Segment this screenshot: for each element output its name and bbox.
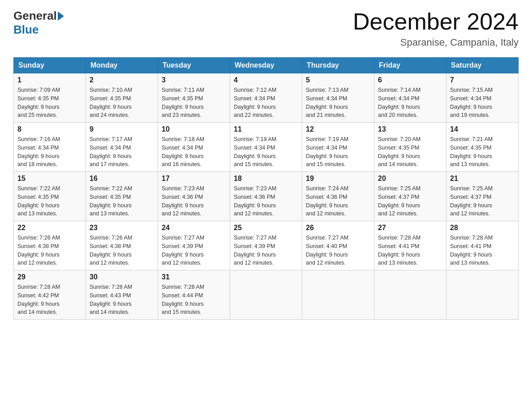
header-sunday: Sunday (14, 58, 86, 73)
calendar-cell: 18 Sunrise: 7:23 AM Sunset: 4:36 PM Dayl… (230, 172, 302, 221)
day-number: 5 (306, 76, 370, 84)
day-info: Sunrise: 7:18 AM Sunset: 4:34 PM Dayligh… (162, 135, 226, 169)
day-number: 9 (90, 125, 154, 133)
header-tuesday: Tuesday (158, 58, 230, 73)
logo-arrow-icon (58, 12, 64, 21)
calendar-cell (374, 270, 446, 320)
day-number: 16 (90, 175, 154, 183)
day-info: Sunrise: 7:27 AM Sunset: 4:39 PM Dayligh… (234, 234, 298, 267)
calendar-cell: 2 Sunrise: 7:10 AM Sunset: 4:35 PM Dayli… (86, 73, 158, 123)
day-info: Sunrise: 7:25 AM Sunset: 4:37 PM Dayligh… (378, 184, 442, 218)
day-info: Sunrise: 7:26 AM Sunset: 4:38 PM Dayligh… (17, 234, 82, 267)
day-info: Sunrise: 7:25 AM Sunset: 4:37 PM Dayligh… (450, 184, 515, 218)
day-info: Sunrise: 7:28 AM Sunset: 4:41 PM Dayligh… (450, 234, 515, 267)
header-monday: Monday (86, 58, 158, 73)
day-number: 2 (90, 76, 154, 84)
calendar-cell: 22 Sunrise: 7:26 AM Sunset: 4:38 PM Dayl… (14, 221, 86, 270)
day-info: Sunrise: 7:17 AM Sunset: 4:34 PM Dayligh… (90, 135, 154, 169)
day-number: 10 (162, 125, 226, 133)
calendar-table: SundayMondayTuesdayWednesdayThursdayFrid… (13, 57, 519, 320)
day-number: 20 (378, 175, 442, 183)
calendar-cell: 9 Sunrise: 7:17 AM Sunset: 4:34 PM Dayli… (86, 123, 158, 172)
calendar-cell: 5 Sunrise: 7:13 AM Sunset: 4:34 PM Dayli… (302, 73, 374, 123)
day-number: 23 (90, 224, 154, 232)
calendar-cell: 24 Sunrise: 7:27 AM Sunset: 4:39 PM Dayl… (158, 221, 230, 270)
day-number: 25 (234, 224, 298, 232)
day-info: Sunrise: 7:16 AM Sunset: 4:34 PM Dayligh… (17, 135, 82, 169)
location-text: Sparanise, Campania, Italy (353, 37, 519, 48)
calendar-cell: 21 Sunrise: 7:25 AM Sunset: 4:37 PM Dayl… (446, 172, 519, 221)
day-number: 26 (306, 224, 370, 232)
day-info: Sunrise: 7:19 AM Sunset: 4:34 PM Dayligh… (306, 135, 370, 169)
calendar-cell: 6 Sunrise: 7:14 AM Sunset: 4:34 PM Dayli… (374, 73, 446, 123)
calendar-cell: 12 Sunrise: 7:19 AM Sunset: 4:34 PM Dayl… (302, 123, 374, 172)
calendar-cell: 28 Sunrise: 7:28 AM Sunset: 4:41 PM Dayl… (446, 221, 519, 270)
calendar-cell: 11 Sunrise: 7:19 AM Sunset: 4:34 PM Dayl… (230, 123, 302, 172)
logo-blue-text: Blue (13, 23, 39, 36)
day-number: 11 (234, 125, 298, 133)
week-row-4: 22 Sunrise: 7:26 AM Sunset: 4:38 PM Dayl… (14, 221, 519, 270)
day-number: 13 (378, 125, 442, 133)
page-header: General Blue December 2024 Sparanise, Ca… (13, 9, 519, 48)
calendar-body: 1 Sunrise: 7:09 AM Sunset: 4:35 PM Dayli… (14, 73, 519, 320)
day-number: 7 (450, 76, 515, 84)
day-number: 17 (162, 175, 226, 183)
day-info: Sunrise: 7:13 AM Sunset: 4:34 PM Dayligh… (306, 86, 370, 120)
calendar-cell: 30 Sunrise: 7:28 AM Sunset: 4:43 PM Dayl… (86, 270, 158, 320)
day-info: Sunrise: 7:20 AM Sunset: 4:35 PM Dayligh… (378, 135, 442, 169)
day-number: 1 (17, 76, 82, 84)
week-row-5: 29 Sunrise: 7:28 AM Sunset: 4:42 PM Dayl… (14, 270, 519, 320)
day-info: Sunrise: 7:28 AM Sunset: 4:43 PM Dayligh… (90, 283, 154, 317)
day-info: Sunrise: 7:11 AM Sunset: 4:35 PM Dayligh… (162, 86, 226, 120)
day-info: Sunrise: 7:22 AM Sunset: 4:35 PM Dayligh… (90, 184, 154, 218)
logo-general-text: General (13, 9, 57, 23)
calendar-cell: 7 Sunrise: 7:15 AM Sunset: 4:34 PM Dayli… (446, 73, 519, 123)
title-area: December 2024 Sparanise, Campania, Italy (353, 9, 519, 48)
day-number: 30 (90, 273, 154, 281)
logo: General Blue (13, 9, 65, 37)
day-info: Sunrise: 7:14 AM Sunset: 4:34 PM Dayligh… (378, 86, 442, 120)
day-number: 4 (234, 76, 298, 84)
day-number: 12 (306, 125, 370, 133)
day-info: Sunrise: 7:24 AM Sunset: 4:36 PM Dayligh… (306, 184, 370, 218)
header-saturday: Saturday (446, 58, 519, 73)
day-info: Sunrise: 7:28 AM Sunset: 4:41 PM Dayligh… (378, 234, 442, 267)
calendar-cell: 14 Sunrise: 7:21 AM Sunset: 4:35 PM Dayl… (446, 123, 519, 172)
day-info: Sunrise: 7:09 AM Sunset: 4:35 PM Dayligh… (17, 86, 82, 120)
calendar-cell: 27 Sunrise: 7:28 AM Sunset: 4:41 PM Dayl… (374, 221, 446, 270)
day-number: 31 (162, 273, 226, 281)
day-number: 19 (306, 175, 370, 183)
day-info: Sunrise: 7:12 AM Sunset: 4:34 PM Dayligh… (234, 86, 298, 120)
calendar-cell: 25 Sunrise: 7:27 AM Sunset: 4:39 PM Dayl… (230, 221, 302, 270)
header-row: SundayMondayTuesdayWednesdayThursdayFrid… (14, 58, 519, 73)
day-number: 15 (17, 175, 82, 183)
day-info: Sunrise: 7:27 AM Sunset: 4:39 PM Dayligh… (162, 234, 226, 267)
calendar-cell: 13 Sunrise: 7:20 AM Sunset: 4:35 PM Dayl… (374, 123, 446, 172)
calendar-cell: 23 Sunrise: 7:26 AM Sunset: 4:38 PM Dayl… (86, 221, 158, 270)
day-info: Sunrise: 7:27 AM Sunset: 4:40 PM Dayligh… (306, 234, 370, 267)
week-row-3: 15 Sunrise: 7:22 AM Sunset: 4:35 PM Dayl… (14, 172, 519, 221)
calendar-cell: 31 Sunrise: 7:28 AM Sunset: 4:44 PM Dayl… (158, 270, 230, 320)
day-info: Sunrise: 7:26 AM Sunset: 4:38 PM Dayligh… (90, 234, 154, 267)
day-number: 14 (450, 125, 515, 133)
week-row-2: 8 Sunrise: 7:16 AM Sunset: 4:34 PM Dayli… (14, 123, 519, 172)
calendar-header: SundayMondayTuesdayWednesdayThursdayFrid… (14, 58, 519, 73)
calendar-cell: 15 Sunrise: 7:22 AM Sunset: 4:35 PM Dayl… (14, 172, 86, 221)
day-info: Sunrise: 7:10 AM Sunset: 4:35 PM Dayligh… (90, 86, 154, 120)
week-row-1: 1 Sunrise: 7:09 AM Sunset: 4:35 PM Dayli… (14, 73, 519, 123)
day-number: 6 (378, 76, 442, 84)
calendar-cell: 16 Sunrise: 7:22 AM Sunset: 4:35 PM Dayl… (86, 172, 158, 221)
day-info: Sunrise: 7:15 AM Sunset: 4:34 PM Dayligh… (450, 86, 515, 120)
calendar-cell: 20 Sunrise: 7:25 AM Sunset: 4:37 PM Dayl… (374, 172, 446, 221)
calendar-cell: 17 Sunrise: 7:23 AM Sunset: 4:36 PM Dayl… (158, 172, 230, 221)
day-info: Sunrise: 7:22 AM Sunset: 4:35 PM Dayligh… (17, 184, 82, 218)
day-number: 18 (234, 175, 298, 183)
calendar-cell: 19 Sunrise: 7:24 AM Sunset: 4:36 PM Dayl… (302, 172, 374, 221)
day-info: Sunrise: 7:28 AM Sunset: 4:44 PM Dayligh… (162, 283, 226, 317)
header-wednesday: Wednesday (230, 58, 302, 73)
calendar-cell: 4 Sunrise: 7:12 AM Sunset: 4:34 PM Dayli… (230, 73, 302, 123)
day-info: Sunrise: 7:23 AM Sunset: 4:36 PM Dayligh… (234, 184, 298, 218)
calendar-cell: 8 Sunrise: 7:16 AM Sunset: 4:34 PM Dayli… (14, 123, 86, 172)
day-info: Sunrise: 7:28 AM Sunset: 4:42 PM Dayligh… (17, 283, 82, 317)
day-number: 29 (17, 273, 82, 281)
